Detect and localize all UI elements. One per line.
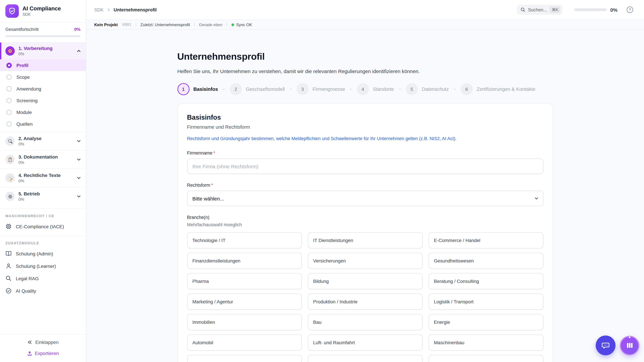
panels-fab-button[interactable]	[620, 336, 639, 355]
step-label: Basisinfos	[193, 86, 218, 92]
sync-label: Sync OK	[236, 22, 252, 27]
step-label: Firmengroesse	[312, 86, 345, 92]
page-subtitle: Helfen Sie uns, Ihr Unternehmen zu verst…	[177, 68, 553, 74]
sidebar-item-label: Schulung (Admin)	[16, 251, 53, 256]
divider	[136, 22, 136, 27]
rechtsform-selected-value: Bitte wählen...	[192, 196, 224, 201]
project-name: Kein Projekt	[94, 22, 118, 27]
industry-button-partial[interactable]	[308, 355, 422, 362]
firmenname-input[interactable]	[187, 159, 543, 174]
sidebar-item-schulung-learner-[interactable]: Schulung (Learner)	[0, 260, 86, 272]
sidebar-item-schulung-admin-[interactable]: Schulung (Admin)	[0, 247, 86, 260]
radio-icon	[6, 98, 12, 103]
help-button[interactable]: ?	[626, 6, 633, 13]
divider	[227, 22, 227, 27]
industry-button-technologie-it[interactable]: Technologie / IT	[187, 232, 302, 248]
step-number: 4	[357, 83, 369, 95]
industry-button-marketing-agentur[interactable]: Marketing / Agentur	[187, 294, 302, 310]
industry-button-partial[interactable]	[428, 355, 543, 362]
industry-button-maschinenbau[interactable]: Maschinenbau	[428, 335, 543, 351]
columns-icon	[626, 341, 634, 350]
industry-button-gesundheitswesen[interactable]: Gesundheitswesen	[428, 253, 543, 269]
industry-button-luft-und-raumfahrt[interactable]: Luft- und Raumfahrt	[308, 335, 422, 351]
search-input[interactable]: Suchen... ⌘K	[517, 5, 562, 15]
sidebar-section-rechtliche texte[interactable]: 4. Rechtliche Texte0%	[0, 169, 86, 187]
industry-button-immobilien[interactable]: Immobilien	[187, 314, 302, 330]
search-icon	[520, 7, 525, 12]
section-title: 2. Analyse	[18, 136, 42, 141]
book-icon	[5, 250, 12, 257]
app-root: AI Compliance SDK Gesamtfortschritt 0% 1…	[0, 0, 644, 362]
industry-button-bau[interactable]: Bau	[308, 314, 422, 330]
step-datenschutz[interactable]: 5Datenschutz	[406, 83, 449, 95]
industry-button-finanzdienstleistungen[interactable]: Finanzdienstleistungen	[187, 253, 302, 269]
basisinfos-card: Basisinfos Firmenname und Rechtsform Rec…	[177, 103, 553, 362]
sidebar-subnav-vorbereitung: ProfilScopeAnwendungScreeningModuleQuell…	[0, 59, 86, 130]
industry-button-logistik-transport[interactable]: Logistik / Transport	[428, 294, 543, 310]
sidebar-item-scope[interactable]: Scope	[0, 71, 86, 83]
target-icon	[5, 46, 15, 56]
section-title: 1. Vorbereitung	[18, 45, 52, 51]
step-number: 5	[406, 83, 418, 95]
shield-check-logo-icon	[5, 4, 19, 18]
page-title: Unternehmensprofil	[177, 51, 553, 62]
content-scroll-area[interactable]: Unternehmensprofil Helfen Sie uns, Ihr U…	[86, 30, 644, 362]
chat-fab-button[interactable]	[596, 336, 616, 355]
step-zertifizierungen-kontakte[interactable]: 6Zertifizierungen & Kontakte	[460, 83, 535, 95]
version-badge: V001	[122, 22, 131, 27]
industry-button-energie[interactable]: Energie	[428, 314, 543, 330]
sidebar-item-label: Screening	[16, 98, 38, 103]
breadcrumb-root[interactable]: SDK	[94, 7, 104, 12]
section-percent: 0%	[18, 197, 40, 202]
step-number: 6	[460, 83, 472, 95]
step-number: 3	[296, 83, 308, 95]
sidebar-item-legal-rag[interactable]: Legal RAG	[0, 272, 86, 285]
sidebar-item-ai-quality[interactable]: AI Quality	[0, 285, 86, 297]
search-icon	[5, 275, 12, 282]
step-firmengroesse[interactable]: 3Firmengroesse	[296, 83, 345, 95]
sidebar-item-module[interactable]: Module	[0, 106, 86, 118]
sidebar-item-label: Anwendung	[16, 86, 41, 91]
upload-icon	[27, 351, 32, 356]
industry-button-beratung-consulting[interactable]: Beratung / Consulting	[428, 273, 543, 289]
sync-status: Sync OK	[232, 22, 252, 27]
required-asterisk: *	[214, 150, 215, 156]
industry-button-it-dienstleistungen[interactable]: IT Dienstleistungen	[308, 232, 422, 248]
industry-button-bildung[interactable]: Bildung	[308, 273, 422, 289]
step-standorte[interactable]: 4Standorte	[357, 83, 394, 95]
export-button[interactable]: Exportieren	[0, 351, 86, 356]
sidebar-item-screening[interactable]: Screening	[0, 94, 86, 106]
step-geschaeftsmodell[interactable]: 2Geschaeftsmodell	[230, 83, 285, 95]
industry-button-produktion-industrie[interactable]: Produktion / Industrie	[308, 294, 422, 310]
gear-icon	[5, 192, 15, 201]
industry-button-pharma[interactable]: Pharma	[187, 273, 302, 289]
breadcrumb-current: Unternehmensprofil	[114, 7, 157, 12]
status-bar: Kein Projekt V001 Zuletzt: Unternehmensp…	[86, 20, 644, 30]
sidebar-section-analyse[interactable]: 2. Analyse0%	[0, 132, 86, 150]
radio-icon	[6, 109, 12, 115]
industry-button-e-commerce-handel[interactable]: E-Commerce / Handel	[428, 232, 543, 248]
sidebar-sections: 2. Analyse0%3. Dokumentation0%4. Rechtli…	[0, 132, 86, 205]
step-separator	[290, 89, 292, 89]
industry-button-partial[interactable]	[187, 355, 302, 362]
sidebar-item-anwendung[interactable]: Anwendung	[0, 83, 86, 94]
keyboard-shortcut-badge: ⌘K	[550, 6, 560, 13]
sidebar-section-betrieb[interactable]: 5. Betrieb0%	[0, 187, 86, 205]
section-percent: 0%	[18, 142, 42, 146]
sidebar-item-ce-compliance[interactable]: CE-Compliance (IACE)	[0, 220, 86, 233]
regulation-hint-text: Rechtsform und Gründungsjahr bestimmen, …	[187, 135, 543, 142]
sidebar-item-quellen[interactable]: Quellen	[0, 118, 86, 130]
radio-icon	[6, 74, 12, 80]
rechtsform-select[interactable]: Bitte wählen...	[187, 191, 543, 206]
sidebar-item-profil[interactable]: Profil	[0, 59, 86, 71]
card-subheading: Firmenname und Rechtsform	[187, 124, 543, 130]
collapse-sidebar-button[interactable]: Einklappen	[0, 340, 86, 345]
section-percent: 0%	[18, 179, 61, 183]
industry-button-automobil[interactable]: Automobil	[187, 335, 302, 351]
step-separator	[350, 89, 352, 89]
chevron-right-icon	[107, 8, 111, 12]
industry-button-versicherungen[interactable]: Versicherungen	[308, 253, 422, 269]
sidebar-section-vorbereitung[interactable]: 1. Vorbereitung 0%	[0, 42, 86, 59]
sidebar-section-dokumentation[interactable]: 3. Dokumentation0%	[0, 150, 86, 169]
step-basisinfos[interactable]: 1Basisinfos	[177, 83, 218, 95]
